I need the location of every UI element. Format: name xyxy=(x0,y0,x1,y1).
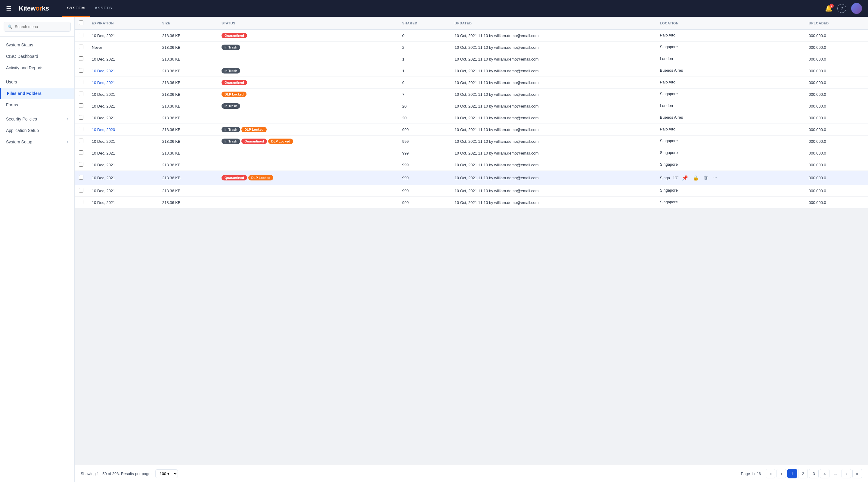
page-1-btn[interactable]: 1 xyxy=(787,469,797,478)
cell-status xyxy=(217,112,398,124)
row-checkbox[interactable] xyxy=(79,56,83,61)
cell-uploaded: 000.000.0 xyxy=(805,171,868,185)
cell-status xyxy=(217,53,398,65)
user-avatar[interactable] xyxy=(851,3,862,14)
sidebar-item-users[interactable]: Users xyxy=(0,76,74,88)
sidebar-item-system-setup[interactable]: System Setup › xyxy=(0,136,74,148)
page-2-btn[interactable]: 2 xyxy=(798,469,808,478)
expiration-link[interactable]: 10 Dec, 2020 xyxy=(92,127,115,132)
cell-updated: 10 Oct, 2021 11:10 by william.demo@email… xyxy=(451,136,656,147)
sidebar-item-files-folders[interactable]: Files and Folders xyxy=(0,88,74,99)
table-row: 10 Dec, 2021218.36 KBIn Trash110 Oct, 20… xyxy=(75,65,868,77)
table-row: 10 Dec, 2021218.36 KBQuarantinedDLP Lock… xyxy=(75,171,868,185)
cell-expiration: 10 Dec, 2021 xyxy=(88,197,158,208)
cell-expiration: 10 Dec, 2021 xyxy=(88,112,158,124)
page-last-btn[interactable]: » xyxy=(852,469,862,478)
page-info: Page 1 of 6 xyxy=(741,472,761,476)
row-checkbox[interactable] xyxy=(79,188,83,193)
row-checkbox[interactable] xyxy=(79,127,83,131)
expiration-link[interactable]: 10 Dec, 2021 xyxy=(92,80,115,85)
page-first-btn[interactable]: « xyxy=(766,469,775,478)
page-4-btn[interactable]: 4 xyxy=(820,469,830,478)
status-badge: In Trash xyxy=(221,127,240,132)
nav-assets[interactable]: ASSETS xyxy=(90,0,117,17)
col-size: SIZE xyxy=(158,17,217,30)
sidebar-item-ciso-dashboard[interactable]: CISO Dashboard xyxy=(0,51,74,62)
status-badge: In Trash xyxy=(221,68,240,74)
row-checkbox[interactable] xyxy=(79,162,83,167)
sidebar-label-activity-reports: Activity and Reports xyxy=(6,65,44,70)
cell-shared: 0 xyxy=(398,30,450,41)
expiration-link[interactable]: 10 Dec, 2021 xyxy=(92,69,115,73)
row-checkbox[interactable] xyxy=(79,115,83,120)
row-checkbox-cell xyxy=(75,197,88,208)
cell-location: Singapore xyxy=(656,89,805,99)
cell-uploaded: 000.000.0 xyxy=(805,53,868,65)
row-checkbox[interactable] xyxy=(79,150,83,155)
row-checkbox[interactable] xyxy=(79,139,83,143)
row-checkbox[interactable] xyxy=(79,175,83,179)
cell-status: Quarantined xyxy=(217,30,398,41)
cell-expiration: 10 Dec, 2021 xyxy=(88,77,158,89)
sidebar-item-system-status[interactable]: System Status xyxy=(0,39,74,51)
row-checkbox[interactable] xyxy=(79,200,83,204)
row-checkbox[interactable] xyxy=(79,68,83,73)
table-row: 10 Dec, 2020218.36 KBIn TrashDLP Locked9… xyxy=(75,124,868,136)
row-checkbox[interactable] xyxy=(79,33,83,37)
notifications-icon[interactable]: 🔔 1 xyxy=(825,5,833,12)
page-prev-btn[interactable]: ‹ xyxy=(776,469,786,478)
row-checkbox[interactable] xyxy=(79,92,83,96)
sidebar-item-forms[interactable]: Forms xyxy=(0,99,74,111)
cell-location: Singapore xyxy=(656,136,805,146)
col-location: LOCATION xyxy=(656,17,805,30)
cell-updated: 10 Oct, 2021 11:10 by william.demo@email… xyxy=(451,185,656,197)
cell-uploaded: 000.000.0 xyxy=(805,30,868,41)
pagination: « ‹ 1 2 3 4 ... › » xyxy=(766,469,862,478)
trash-button[interactable]: 🗑 xyxy=(703,174,710,181)
pagination-dots: ... xyxy=(831,469,840,478)
cell-size: 218.36 KB xyxy=(158,30,217,41)
cell-uploaded: 000.000.0 xyxy=(805,147,868,159)
sidebar-label-system-status: System Status xyxy=(6,42,33,47)
hamburger-icon[interactable]: ☰ xyxy=(6,5,11,12)
chevron-right-icon-app-setup: › xyxy=(67,128,68,133)
topnav-right-section: 🔔 1 ? xyxy=(825,3,862,14)
showing-text: Showing 1 - 50 of 298. Results per page: xyxy=(81,472,152,476)
cell-status: Quarantined xyxy=(217,77,398,89)
select-all-checkbox[interactable] xyxy=(79,21,83,25)
cell-shared: 999 xyxy=(398,136,450,147)
table-row: 10 Dec, 2021218.36 KB99910 Oct, 2021 11:… xyxy=(75,147,868,159)
nav-system[interactable]: SYSTEM xyxy=(62,0,90,17)
sidebar-item-security-policies[interactable]: Security Policies › xyxy=(0,113,74,125)
sidebar-item-activity-reports[interactable]: Activity and Reports xyxy=(0,62,74,74)
sidebar-search-container: 🔍 xyxy=(0,17,74,37)
cell-updated: 10 Oct, 2021 11:10 by william.demo@email… xyxy=(451,65,656,77)
table-row: 10 Dec, 2021218.36 KB99910 Oct, 2021 11:… xyxy=(75,159,868,171)
per-page-selector: 100 ▾ 25 50 250 xyxy=(155,469,178,478)
search-input[interactable] xyxy=(15,24,67,29)
cell-uploaded: 000.000.0 xyxy=(805,77,868,89)
row-checkbox[interactable] xyxy=(79,80,83,84)
cell-size: 218.36 KB xyxy=(158,197,217,208)
col-expiration: EXPIRATION xyxy=(88,17,158,30)
select-all-header xyxy=(75,17,88,30)
per-page-select[interactable]: 100 ▾ 25 50 250 xyxy=(155,469,178,478)
cell-status: In TrashDLP Locked xyxy=(217,124,398,136)
help-icon[interactable]: ? xyxy=(837,4,846,13)
pin-button[interactable]: 📌 xyxy=(681,174,689,181)
row-checkbox[interactable] xyxy=(79,103,83,108)
row-checkbox[interactable] xyxy=(79,45,83,49)
page-3-btn[interactable]: 3 xyxy=(809,469,819,478)
sidebar-search-inner: 🔍 xyxy=(4,22,71,32)
location-text: London xyxy=(660,56,673,61)
row-checkbox-cell xyxy=(75,100,88,112)
notification-badge: 1 xyxy=(830,4,834,8)
sidebar-item-application-setup[interactable]: Application Setup › xyxy=(0,125,74,136)
table-row: 10 Dec, 2021218.36 KB99910 Oct, 2021 11:… xyxy=(75,197,868,208)
more-button[interactable]: ··· xyxy=(712,174,718,181)
cell-uploaded: 000.000.0 xyxy=(805,41,868,53)
page-next-btn[interactable]: › xyxy=(841,469,851,478)
lock-button[interactable]: 🔒 xyxy=(692,174,700,181)
cell-location: Palo Alto xyxy=(656,77,805,87)
cell-uploaded: 000.000.0 xyxy=(805,89,868,100)
